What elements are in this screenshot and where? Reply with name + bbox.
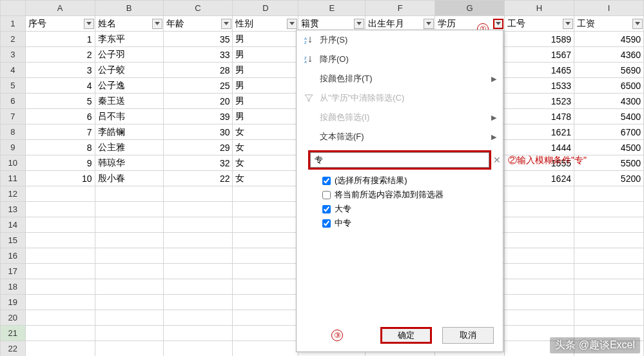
check-add-current[interactable]: 将当前所选内容添加到筛选器 [322,188,491,202]
cell[interactable]: 男 [233,109,298,124]
col-header-E[interactable]: E [298,1,366,16]
cell[interactable]: 33 [163,47,233,63]
sort-by-color-item[interactable]: 按颜色排序(T) ▶ [297,69,503,88]
cell[interactable]: 5400 [574,109,643,124]
ok-button[interactable]: 确定 [380,327,432,344]
filter-button-H[interactable] [563,19,573,29]
cell[interactable]: 男 [233,32,298,47]
filter-button-G[interactable] [493,19,503,29]
filter-button-F[interactable] [424,19,434,29]
cell[interactable]: 公主雅 [95,140,163,155]
cell[interactable]: 李皓镧 [95,124,163,140]
filter-button-B[interactable] [152,19,162,29]
header-cell-age[interactable]: 年龄 [163,16,233,32]
cell[interactable]: 29 [163,140,233,155]
cell[interactable]: 5 [25,94,95,109]
cell[interactable]: 1624 [505,171,574,186]
checkbox[interactable] [322,191,331,199]
cell[interactable]: 25 [163,78,233,94]
cell[interactable]: 4300 [574,94,643,109]
check-option[interactable]: 中专 [322,216,491,230]
col-header-F[interactable]: F [366,1,435,16]
check-select-all[interactable]: (选择所有搜索结果) [322,173,491,188]
header-cell-gender[interactable]: 性别 [233,16,298,32]
cell[interactable]: 4 [25,78,95,94]
cell[interactable]: 秦王送 [95,94,163,109]
row-header[interactable]: 2 [1,32,26,47]
col-header-D[interactable]: D [233,1,298,16]
cell[interactable]: 1465 [505,63,574,78]
cancel-button[interactable]: 取消 [442,327,494,344]
checkbox[interactable] [322,219,331,228]
row-header[interactable]: 6 [1,94,26,109]
cell[interactable]: 7 [25,124,95,140]
cell[interactable]: 6500 [574,78,643,94]
cell[interactable]: 韩琼华 [95,155,163,171]
cell[interactable]: 女 [233,140,298,155]
cell[interactable]: 1 [25,32,95,47]
select-all-corner[interactable] [1,1,26,16]
row-header-1[interactable]: 1 [1,16,26,32]
row-header[interactable]: 3 [1,47,26,63]
cell[interactable]: 公子逸 [95,78,163,94]
cell[interactable]: 22 [163,171,233,186]
cell[interactable]: 4590 [574,32,643,47]
cell[interactable]: 30 [163,124,233,140]
col-header-H[interactable]: H [505,1,574,16]
cell[interactable]: 3 [25,63,95,78]
filter-button-I[interactable] [632,19,643,29]
text-filter-item[interactable]: 文本筛选(F) ▶ [297,127,503,146]
cell[interactable]: 殷小春 [95,171,163,186]
cell[interactable]: 6700 [574,124,643,140]
row-header[interactable]: 12 [1,186,26,202]
sort-asc-item[interactable]: AZ 升序(S) [297,30,503,50]
row-header[interactable]: 7 [1,109,26,124]
cell[interactable]: 公子蛟 [95,63,163,78]
row-header[interactable]: 5 [1,78,26,94]
col-header-C[interactable]: C [163,1,233,16]
row-header[interactable]: 8 [1,124,26,140]
row-header[interactable]: 16 [1,248,26,264]
col-header-A[interactable]: A [25,1,95,16]
cell[interactable]: 男 [233,78,298,94]
header-cell-salary[interactable]: 工资 [574,16,643,32]
cell[interactable]: 39 [163,109,233,124]
checkbox[interactable] [322,177,331,185]
cell[interactable]: 28 [163,63,233,78]
header-cell-name[interactable]: 姓名 [95,16,163,32]
row-header[interactable]: 13 [1,202,26,217]
cell[interactable]: 4360 [574,47,643,63]
col-header-G[interactable]: G [435,1,505,16]
filter-search-input[interactable] [310,152,489,168]
col-header-I[interactable]: I [574,1,643,16]
cell[interactable]: 1533 [505,78,574,94]
cell[interactable]: 女 [233,155,298,171]
col-header-B[interactable]: B [95,1,163,16]
row-header[interactable]: 4 [1,63,26,78]
cell[interactable]: 2 [25,47,95,63]
cell[interactable]: 1589 [505,32,574,47]
checkbox[interactable] [322,205,331,213]
cell[interactable]: 32 [163,155,233,171]
cell[interactable]: 6 [25,109,95,124]
cell[interactable]: 4500 [574,140,643,155]
cell[interactable]: 1444 [505,140,574,155]
cell[interactable]: 李东平 [95,32,163,47]
cell[interactable]: 公子羽 [95,47,163,63]
filter-button-E[interactable] [354,19,364,29]
row-header[interactable]: 9 [1,140,26,155]
cell[interactable]: 男 [233,94,298,109]
row-header[interactable]: 15 [1,233,26,248]
cell[interactable]: 1567 [505,47,574,63]
row-header[interactable]: 19 [1,295,26,310]
filter-button-D[interactable] [287,19,297,29]
header-cell-edu[interactable]: 学历 [435,16,505,32]
cell[interactable]: 1621 [505,124,574,140]
row-header[interactable]: 11 [1,171,26,186]
header-cell-seq[interactable]: 序号 [25,16,95,32]
cell[interactable]: 10 [25,171,95,186]
row-header[interactable]: 17 [1,264,26,279]
cell[interactable]: 20 [163,94,233,109]
filter-button-C[interactable] [221,19,231,29]
row-header[interactable]: 22 [1,341,26,357]
